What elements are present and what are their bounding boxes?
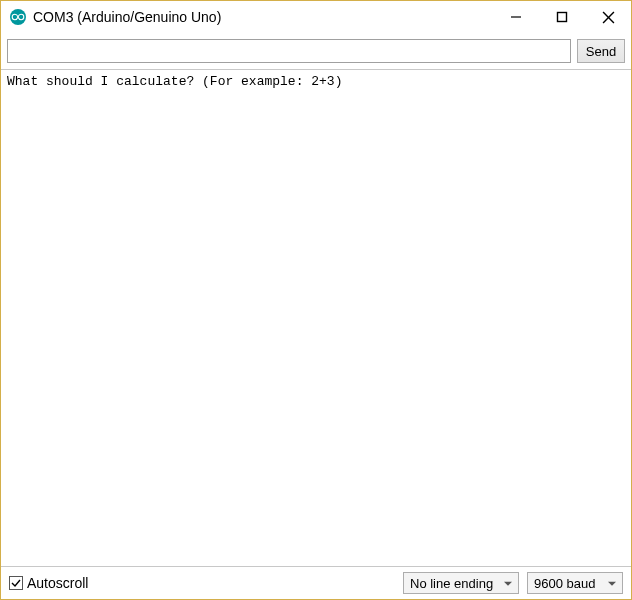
window-title: COM3 (Arduino/Genuino Uno) — [33, 9, 493, 25]
minimize-button[interactable] — [493, 1, 539, 33]
serial-output[interactable]: What should I calculate? (For example: 2… — [1, 69, 631, 567]
autoscroll-checkbox-wrap[interactable]: Autoscroll — [9, 575, 395, 591]
window-controls — [493, 1, 631, 33]
baud-value: 9600 baud — [534, 576, 595, 591]
serial-monitor-window: COM3 (Arduino/Genuino Uno) Send What sho… — [0, 0, 632, 600]
line-ending-select[interactable]: No line ending — [403, 572, 519, 594]
input-row: Send — [1, 33, 631, 69]
autoscroll-label: Autoscroll — [27, 575, 88, 591]
maximize-button[interactable] — [539, 1, 585, 33]
baud-select[interactable]: 9600 baud — [527, 572, 623, 594]
close-button[interactable] — [585, 1, 631, 33]
svg-rect-2 — [558, 13, 567, 22]
autoscroll-checkbox[interactable] — [9, 576, 23, 590]
arduino-icon — [9, 8, 27, 26]
send-button[interactable]: Send — [577, 39, 625, 63]
line-ending-value: No line ending — [410, 576, 493, 591]
bottom-bar: Autoscroll No line ending 9600 baud — [1, 567, 631, 599]
serial-input[interactable] — [7, 39, 571, 63]
titlebar: COM3 (Arduino/Genuino Uno) — [1, 1, 631, 33]
